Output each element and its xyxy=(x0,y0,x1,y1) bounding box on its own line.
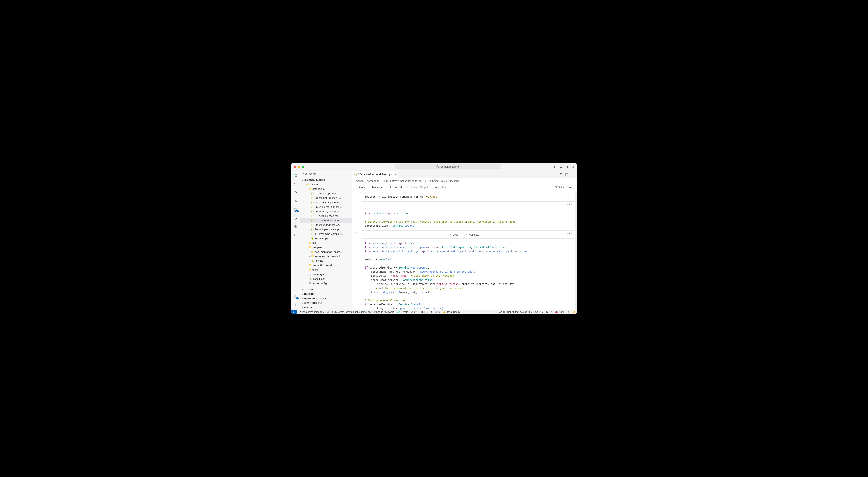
code-cell[interactable]: from semantic_kernel import Kernel from … xyxy=(361,239,575,309)
minimap[interactable] xyxy=(575,190,577,309)
branch-status[interactable]: ⎇java-development⟳ xyxy=(297,310,326,314)
file-icon: { } xyxy=(311,210,314,213)
breadcrumb-seg[interactable]: python xyxy=(355,179,364,182)
insert-markdown-button[interactable]: ＋Markdown xyxy=(463,232,483,237)
feedback-icon[interactable]: ☺ xyxy=(566,310,571,314)
remote-explorer-icon[interactable] xyxy=(293,224,298,229)
command-center[interactable]: 🔍 semantic-kernel xyxy=(395,165,501,169)
panel-right-icon[interactable]: ◨ xyxy=(565,165,568,169)
file-item[interactable]: { }10-multiple-results-p... xyxy=(300,227,352,232)
folder-item[interactable]: ›📁documentation_exam... xyxy=(300,249,352,254)
breadcrumb[interactable]: python › notebooks › { } 08-native-funct… xyxy=(352,178,577,184)
spell-status[interactable]: 🐞Spell xyxy=(553,310,566,314)
model-status[interactable]: AzureOpenAI: text-davinci-003 xyxy=(498,310,534,314)
file-item[interactable]: { }08-native-function-inl... xyxy=(300,218,352,222)
file-item[interactable]: { }06-memory-and-emb... xyxy=(300,209,352,214)
folder-item[interactable]: ⌄📁python xyxy=(300,182,352,187)
close-window[interactable] xyxy=(293,166,296,168)
more-icon[interactable]: ⋯ xyxy=(450,186,453,189)
collapsed-section[interactable]: ›JAVA PROJECTS xyxy=(300,301,352,305)
cell-position-status[interactable]: Cell 1 of 36 xyxy=(534,310,549,314)
bug-icon: 🐞 xyxy=(555,310,558,314)
tab-open-file[interactable]: { } 08-native-function-inline.ipynb × xyxy=(352,171,399,178)
file-item[interactable]: { }11-streaming-complet... xyxy=(300,232,352,236)
file-label: 05-using-the-planner-... xyxy=(315,205,342,208)
collapsed-section[interactable]: ›OUTLINE xyxy=(300,287,352,292)
folder-item[interactable]: ⌄📁samples xyxy=(300,245,352,249)
search-activity-icon[interactable] xyxy=(293,181,298,186)
file-item[interactable]: { }09-groundedness-ch... xyxy=(300,222,352,227)
clear-outputs-button[interactable]: ⌫Clear All Outputs xyxy=(405,186,429,189)
panel-left-icon[interactable]: ◧ xyxy=(554,165,557,169)
file-icon: 📄 xyxy=(308,273,312,276)
bell-icon[interactable]: 🔔 xyxy=(571,310,577,314)
file-item[interactable]: { }.cspell.json xyxy=(300,276,352,281)
remote-indicator[interactable] xyxy=(291,310,297,314)
add-markdown-button[interactable]: ＋Markdown xyxy=(369,185,384,189)
add-code-button[interactable]: ＋Code xyxy=(355,185,366,189)
run-cell-icon[interactable]: ▷ xyxy=(353,230,356,234)
chat-icon[interactable] xyxy=(293,233,298,238)
testing-icon[interactable] xyxy=(293,216,298,220)
extensions-icon[interactable]: 10 xyxy=(293,207,298,212)
explorer-icon[interactable] xyxy=(293,173,298,178)
split-editor-icon[interactable]: ◫ xyxy=(565,172,568,176)
cell-language[interactable]: Python xyxy=(355,202,575,209)
ports-status[interactable]: 📡0 xyxy=(433,310,441,314)
problems-status[interactable]: ⓧ22 ⚠153 ⓘ19 xyxy=(409,310,433,314)
explorer-actions-icon[interactable]: ⋯ xyxy=(347,173,349,176)
notebook-scroll[interactable]: !python -m pip install semantic-kernel==… xyxy=(352,190,577,309)
collapsed-section[interactable]: ›MAVEN xyxy=(300,305,352,309)
folder-item[interactable]: ›📁pip xyxy=(300,241,352,245)
root-folder-header[interactable]: ⌄ SEMANTIC-KERNEL xyxy=(300,178,352,182)
java-status[interactable]: 👍Java: Ready xyxy=(441,310,462,314)
insert-code-button[interactable]: ＋Code xyxy=(447,232,461,237)
copilot-icon[interactable]: ⎋ xyxy=(549,310,553,314)
pr-status[interactable]: ⤴MicrosoftDocs/semantic-kernel-pr#202 ne… xyxy=(330,310,396,314)
minimize-window[interactable] xyxy=(298,166,300,168)
breadcrumb-seg[interactable]: 08-native-function-inline.ipynb xyxy=(386,179,422,182)
tab-settings-icon[interactable]: ⚙ xyxy=(560,172,562,176)
file-item[interactable]: 🐍services.py xyxy=(300,236,352,241)
code-cell[interactable]: from services import Service # Select a … xyxy=(361,209,575,231)
run-all-button[interactable]: ▷Run All xyxy=(390,186,402,189)
sidebar: EXPLORER ⋯ ⌄ SEMANTIC-KERNEL ⌄📁python⌄📁n… xyxy=(300,171,352,309)
nav-back-icon[interactable]: ← xyxy=(382,165,385,169)
file-item[interactable]: { }03-prompt-function-i... xyxy=(300,196,352,200)
scm-icon[interactable] xyxy=(293,190,298,195)
breadcrumb-seg[interactable]: Running Native Functions xyxy=(429,179,459,182)
panel-bottom-icon[interactable]: ⬓ xyxy=(560,165,563,169)
file-item[interactable]: ⚙.editorconfig xyxy=(300,281,352,286)
sync-icon[interactable]: ⟳ xyxy=(322,310,324,314)
breadcrumb-seg[interactable]: notebooks xyxy=(367,179,379,182)
folder-item[interactable]: ⌄📁notebooks xyxy=(300,187,352,191)
file-label: 02-running-prompts-... xyxy=(315,192,341,195)
run-debug-icon[interactable] xyxy=(293,199,298,203)
accounts-badge: 1 xyxy=(296,297,299,299)
folder-item[interactable]: ›📁tests xyxy=(300,268,352,272)
collapsed-section[interactable]: ›SOLUTION EXPLORER xyxy=(300,296,352,301)
outline-button[interactable]: ≣Outline xyxy=(435,186,447,189)
code-cell[interactable]: !python -m pip install semantic-kernel==… xyxy=(361,192,575,202)
accounts-icon[interactable]: 1 xyxy=(293,294,298,299)
select-kernel-button[interactable]: ▢Select Kernel xyxy=(554,186,574,189)
zoom-window[interactable] xyxy=(302,166,304,168)
close-icon[interactable]: × xyxy=(395,173,396,176)
file-item[interactable]: 📄.coveragerc xyxy=(300,272,352,276)
layout-icon[interactable]: ▦ xyxy=(571,165,575,169)
section-label: MAVEN xyxy=(304,306,312,309)
file-item[interactable]: { }02-running-prompts-... xyxy=(300,191,352,196)
file-item[interactable]: 🐍utils.py xyxy=(300,259,352,263)
collapsed-section[interactable]: ›TIMELINE xyxy=(300,292,352,296)
chevron-down-icon[interactable]: ⌄ xyxy=(357,230,360,234)
folder-item[interactable]: ›📁semantic_kernel xyxy=(300,263,352,268)
more-actions-icon[interactable]: ⋯ xyxy=(571,172,575,176)
file-item[interactable]: { }04-kernel-arguments... xyxy=(300,200,352,205)
file-label: 10-multiple-results-p... xyxy=(315,228,341,231)
settings-gear-icon[interactable] xyxy=(293,303,298,307)
file-item[interactable]: { }07-hugging-face-for-... xyxy=(300,214,352,218)
folder-item[interactable]: ›📁kernel-syntax-exampl... xyxy=(300,254,352,259)
copilot-status-icon[interactable]: ⎋ xyxy=(326,310,330,314)
tests-status[interactable]: 🧪0 tests xyxy=(396,310,409,314)
file-item[interactable]: { }05-using-the-planner-... xyxy=(300,205,352,209)
